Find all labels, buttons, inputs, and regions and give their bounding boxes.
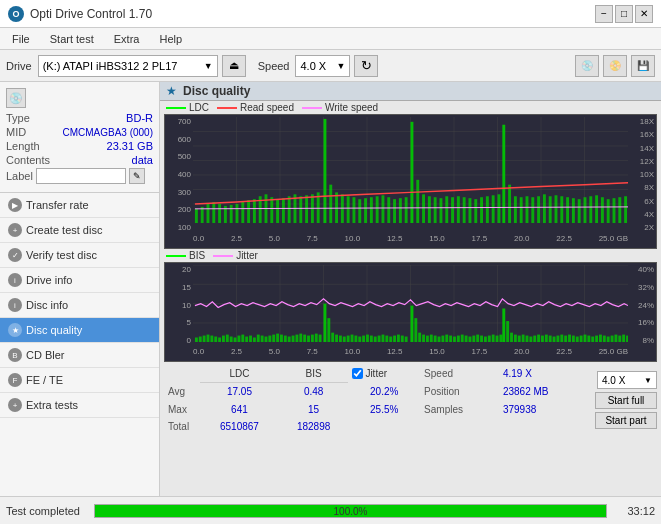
svg-rect-115	[241, 335, 244, 343]
svg-rect-62	[469, 198, 472, 223]
total-row-label: Total	[164, 418, 200, 435]
svg-rect-145	[358, 337, 361, 343]
x-22.5: 22.5	[556, 234, 572, 248]
titlebar-left: O Opti Drive Control 1.70	[8, 6, 152, 22]
menu-start-test[interactable]: Start test	[46, 32, 98, 46]
menubar: File Start test Extra Help	[0, 28, 661, 50]
bx-22.5: 22.5	[556, 347, 572, 361]
y-axis-left-top: 700 600 500 400 300 200 100	[165, 115, 193, 234]
svg-rect-16	[201, 207, 204, 223]
svg-rect-22	[236, 204, 239, 223]
svg-rect-60	[457, 196, 460, 223]
sidebar-item-disc-info[interactable]: i Disc info	[0, 293, 159, 318]
y-label-600: 600	[165, 135, 193, 144]
jitter-label-chart: Jitter	[236, 250, 258, 261]
svg-rect-147	[366, 335, 369, 343]
svg-rect-207	[599, 335, 602, 343]
svg-rect-159	[414, 318, 417, 342]
svg-rect-24	[247, 200, 250, 223]
drive-select[interactable]: (K:) ATAPI iHBS312 2 PL17 ▼	[38, 55, 218, 77]
svg-rect-156	[401, 336, 404, 343]
burn-icon-button[interactable]: 💿	[575, 55, 599, 77]
disc-info-panel: 💿 Type BD-R MID CMCMAGBA3 (000) Length 2…	[0, 82, 159, 193]
svg-rect-211	[614, 335, 617, 343]
svg-rect-135	[324, 304, 327, 343]
x-10: 10.0	[345, 234, 361, 248]
speed-select[interactable]: 4.0 X ▼	[295, 55, 350, 77]
close-button[interactable]: ✕	[635, 5, 653, 23]
by-right-16: 16%	[638, 318, 654, 327]
label-label: Label	[6, 170, 33, 182]
x-12.5: 12.5	[387, 234, 403, 248]
svg-rect-161	[422, 335, 425, 343]
svg-rect-158	[411, 306, 414, 343]
extra-tests-label: Extra tests	[26, 399, 78, 411]
titlebar: O Opti Drive Control 1.70 − □ ✕	[0, 0, 661, 28]
x-25: 25.0 GB	[599, 234, 628, 248]
disc-icon-button[interactable]: 📀	[603, 55, 627, 77]
max-row-label: Max	[164, 401, 200, 418]
main-area: 💿 Type BD-R MID CMCMAGBA3 (000) Length 2…	[0, 82, 661, 524]
save-button[interactable]: 💾	[631, 55, 655, 77]
avg-jitter: 20.2%	[348, 383, 420, 401]
menu-help[interactable]: Help	[155, 32, 186, 46]
speed-select-arrow: ▼	[644, 376, 652, 385]
label-input[interactable]	[36, 168, 126, 184]
svg-rect-131	[303, 335, 306, 343]
sidebar-item-disc-quality[interactable]: ★ Disc quality	[0, 318, 159, 343]
svg-rect-45	[370, 197, 373, 223]
svg-rect-55	[428, 196, 431, 223]
start-part-button[interactable]: Start part	[595, 412, 657, 429]
svg-rect-44	[364, 198, 367, 223]
svg-rect-108	[214, 337, 217, 343]
svg-rect-200	[572, 336, 575, 343]
max-jitter: 25.5%	[348, 401, 420, 418]
bis-col-header: BIS	[279, 365, 349, 383]
svg-rect-212	[618, 336, 621, 343]
sidebar-item-create-test-disc[interactable]: + Create test disc	[0, 218, 159, 243]
refresh-button[interactable]: ↻	[354, 55, 378, 77]
write-speed-color	[302, 107, 322, 109]
cd-bler-label: CD Bler	[26, 349, 65, 361]
y-label-700: 700	[165, 117, 193, 126]
maximize-button[interactable]: □	[615, 5, 633, 23]
svg-rect-173	[469, 337, 472, 343]
progress-label: 100.0%	[334, 505, 368, 516]
sidebar-item-fe-te[interactable]: F FE / TE	[0, 368, 159, 393]
jitter-checkbox[interactable]	[352, 368, 363, 379]
mid-value: CMCMAGBA3 (000)	[62, 127, 153, 138]
svg-rect-42	[353, 197, 356, 223]
svg-rect-197	[560, 335, 563, 343]
menu-file[interactable]: File	[8, 32, 34, 46]
speed-select-control[interactable]: 4.0 X ▼	[597, 371, 657, 389]
length-label: Length	[6, 140, 40, 152]
svg-rect-174	[472, 336, 475, 343]
by-right-32: 32%	[638, 283, 654, 292]
samples-static-label: Samples	[420, 401, 499, 418]
sidebar-item-drive-info[interactable]: i Drive info	[0, 268, 159, 293]
svg-rect-79	[566, 197, 569, 223]
legend-write-speed: Write speed	[302, 102, 378, 113]
y-right-2x: 2X	[644, 223, 654, 232]
menu-extra[interactable]: Extra	[110, 32, 144, 46]
svg-rect-57	[440, 198, 443, 223]
svg-rect-157	[405, 337, 408, 343]
svg-rect-205	[591, 337, 594, 343]
minimize-button[interactable]: −	[595, 5, 613, 23]
svg-rect-75	[543, 194, 546, 223]
sidebar-item-verify-test-disc[interactable]: ✓ Verify test disc	[0, 243, 159, 268]
svg-rect-130	[299, 334, 302, 343]
start-full-button[interactable]: Start full	[595, 392, 657, 409]
sidebar-item-cd-bler[interactable]: B CD Bler	[0, 343, 159, 368]
label-edit-button[interactable]: ✎	[129, 168, 145, 184]
svg-rect-162	[426, 336, 429, 343]
sidebar-item-transfer-rate[interactable]: ▶ Transfer rate	[0, 193, 159, 218]
sidebar-item-extra-tests[interactable]: + Extra tests	[0, 393, 159, 418]
drive-select-arrow: ▼	[204, 61, 213, 71]
svg-rect-33	[288, 196, 291, 223]
eject-button[interactable]: ⏏	[222, 55, 246, 77]
svg-rect-166	[441, 336, 444, 343]
svg-rect-37	[311, 194, 314, 223]
svg-rect-23	[241, 202, 244, 223]
svg-rect-63	[474, 199, 477, 223]
